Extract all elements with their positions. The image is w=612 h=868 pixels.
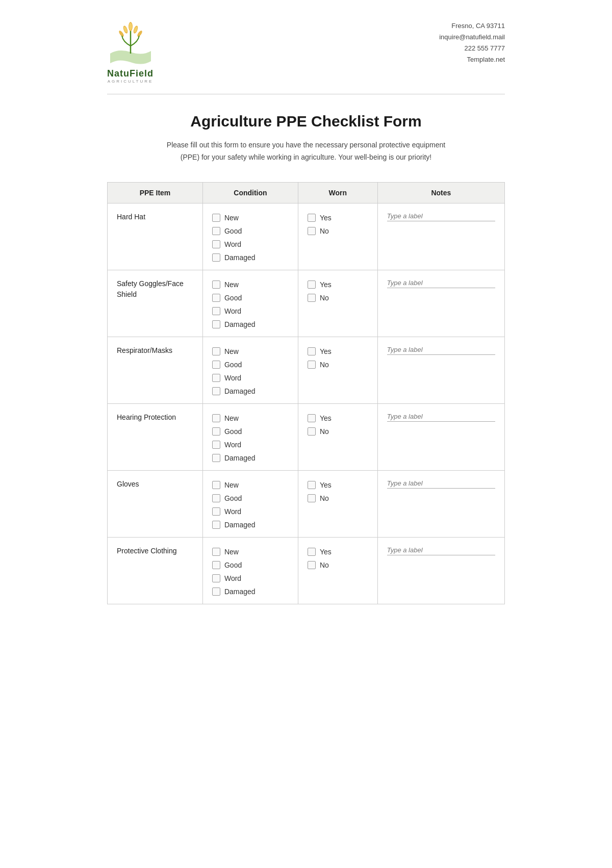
condition-option[interactable]: Damaged	[212, 387, 289, 395]
contact-info: Fresno, CA 93711 inquire@natufield.mail …	[439, 20, 505, 65]
checkbox-box	[308, 561, 316, 569]
worn-label: No	[320, 561, 329, 569]
condition-option[interactable]: Word	[212, 240, 289, 248]
worn-option[interactable]: No	[308, 361, 368, 369]
checkbox-box	[212, 574, 220, 582]
col-header-condition: Condition	[202, 182, 298, 203]
condition-option[interactable]: New	[212, 214, 289, 222]
checkbox-box	[212, 494, 220, 502]
notes-input[interactable]	[387, 546, 495, 555]
condition-option[interactable]: Word	[212, 574, 289, 582]
worn-option[interactable]: No	[308, 494, 368, 502]
condition-option[interactable]: Word	[212, 307, 289, 315]
checkbox-box	[308, 427, 316, 436]
notes-cell	[377, 270, 504, 337]
worn-option[interactable]: Yes	[308, 548, 368, 556]
notes-input[interactable]	[387, 413, 495, 422]
worn-option[interactable]: No	[308, 427, 368, 436]
worn-cell: YesNo	[298, 537, 377, 604]
condition-option[interactable]: Damaged	[212, 253, 289, 262]
worn-option[interactable]: Yes	[308, 214, 368, 222]
checkbox-box	[212, 253, 220, 262]
col-header-item: PPE Item	[108, 182, 203, 203]
condition-label: Damaged	[224, 454, 256, 462]
notes-cell	[377, 470, 504, 537]
worn-cell: YesNo	[298, 203, 377, 270]
worn-label: Yes	[320, 214, 332, 222]
condition-option[interactable]: Damaged	[212, 588, 289, 596]
worn-option[interactable]: No	[308, 227, 368, 235]
worn-option[interactable]: Yes	[308, 481, 368, 489]
condition-label: Word	[224, 307, 241, 315]
worn-label: No	[320, 294, 329, 302]
ppe-item-name: Hard Hat	[117, 213, 145, 221]
worn-option[interactable]: Yes	[308, 414, 368, 422]
condition-option[interactable]: Good	[212, 494, 289, 502]
notes-cell	[377, 337, 504, 403]
contact-phone: 222 555 7777	[439, 43, 505, 54]
worn-label: No	[320, 361, 329, 369]
worn-label: Yes	[320, 548, 332, 556]
svg-point-7	[118, 30, 124, 38]
condition-option[interactable]: Good	[212, 294, 289, 302]
form-title: Agriculture PPE Checklist Form	[107, 113, 505, 130]
checkbox-box	[308, 494, 316, 502]
ppe-item-name: Respirator/Masks	[117, 346, 172, 354]
checkbox-box	[212, 280, 220, 289]
notes-input[interactable]	[387, 212, 495, 221]
condition-cell: NewGoodWordDamaged	[202, 403, 298, 470]
worn-cell: YesNo	[298, 470, 377, 537]
condition-option[interactable]: New	[212, 280, 289, 289]
condition-option[interactable]: Damaged	[212, 320, 289, 328]
worn-option[interactable]: Yes	[308, 347, 368, 355]
notes-input[interactable]	[387, 279, 495, 288]
condition-cell: NewGoodWordDamaged	[202, 470, 298, 537]
condition-option[interactable]: Good	[212, 427, 289, 436]
condition-label: Good	[224, 361, 242, 369]
worn-label: Yes	[320, 280, 332, 289]
condition-option[interactable]: Good	[212, 561, 289, 569]
condition-option[interactable]: Word	[212, 441, 289, 449]
condition-option[interactable]: Good	[212, 361, 289, 369]
worn-option[interactable]: No	[308, 561, 368, 569]
condition-option[interactable]: New	[212, 414, 289, 422]
worn-label: Yes	[320, 414, 332, 422]
col-header-worn: Worn	[298, 182, 377, 203]
notes-input[interactable]	[387, 346, 495, 355]
condition-label: New	[224, 548, 239, 556]
condition-option[interactable]: Damaged	[212, 454, 289, 462]
checkbox-box	[212, 414, 220, 422]
worn-cell: YesNo	[298, 403, 377, 470]
checkbox-box	[212, 294, 220, 302]
checkbox-box	[308, 481, 316, 489]
notes-input[interactable]	[387, 479, 495, 489]
table-row: Hearing ProtectionNewGoodWordDamagedYesN…	[108, 403, 505, 470]
contact-address: Fresno, CA 93711	[439, 20, 505, 32]
condition-option[interactable]: Good	[212, 227, 289, 235]
checkbox-box	[308, 548, 316, 556]
condition-option[interactable]: Word	[212, 507, 289, 516]
worn-option[interactable]: No	[308, 294, 368, 302]
condition-label: Damaged	[224, 253, 256, 262]
condition-option[interactable]: New	[212, 481, 289, 489]
condition-label: Damaged	[224, 387, 256, 395]
table-row: Hard HatNewGoodWordDamagedYesNo	[108, 203, 505, 270]
condition-option[interactable]: Word	[212, 374, 289, 382]
checkbox-box	[212, 441, 220, 449]
checkbox-box	[308, 280, 316, 289]
condition-option[interactable]: Damaged	[212, 521, 289, 529]
checkbox-box	[212, 521, 220, 529]
checkbox-box	[212, 427, 220, 436]
ppe-item-name: Safety Goggles/Face Shield	[117, 279, 184, 298]
table-header-row: PPE Item Condition Worn Notes	[108, 182, 505, 203]
condition-option[interactable]: New	[212, 347, 289, 355]
worn-option[interactable]: Yes	[308, 280, 368, 289]
condition-label: New	[224, 347, 239, 355]
condition-option[interactable]: New	[212, 548, 289, 556]
checkbox-box	[212, 561, 220, 569]
condition-label: Good	[224, 294, 242, 302]
condition-label: Word	[224, 240, 241, 248]
ppe-checklist-table: PPE Item Condition Worn Notes Hard HatNe…	[107, 182, 505, 604]
worn-label: Yes	[320, 481, 332, 489]
ppe-item-cell: Gloves	[108, 470, 203, 537]
